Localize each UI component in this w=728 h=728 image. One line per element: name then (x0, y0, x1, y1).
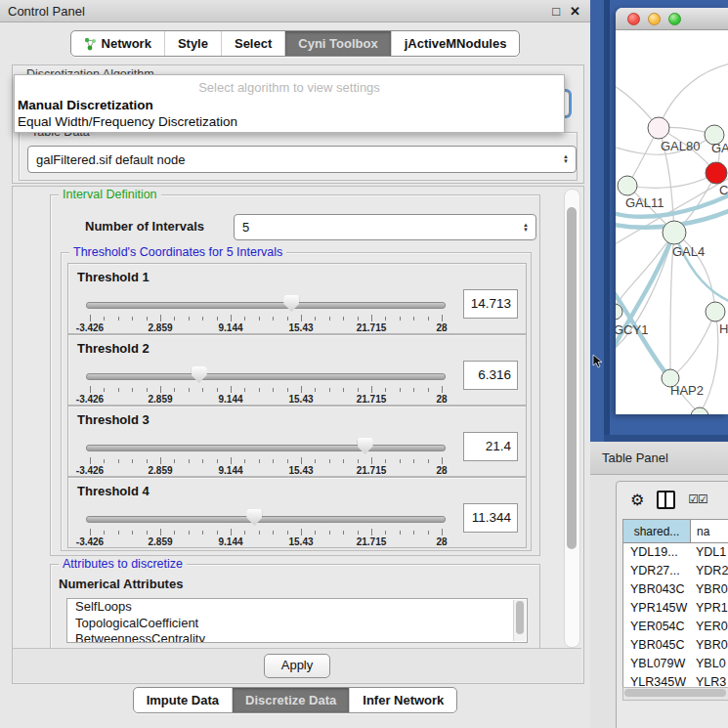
checkbox-icons[interactable]: ☑☑ (688, 492, 707, 506)
threshold-label: Threshold 2 (77, 341, 150, 356)
cell-name[interactable]: YDR2 (690, 562, 728, 580)
slider-thumb[interactable] (358, 438, 373, 454)
close-icon[interactable]: ✕ (570, 4, 580, 19)
minimize-traffic-light-icon[interactable] (648, 13, 661, 25)
attribute-list-item[interactable]: SelfLoops (67, 599, 527, 616)
tick-label: 28 (436, 536, 447, 547)
table-data-group: Table Data galFiltered.sif default node … (19, 132, 578, 181)
cell-name[interactable]: YDL1 (690, 543, 728, 562)
close-traffic-light-icon[interactable] (627, 13, 640, 25)
tab-impute-data-label: Impute Data (147, 693, 219, 707)
tab-impute-data[interactable]: Impute Data (134, 688, 233, 712)
network-node[interactable] (663, 221, 686, 244)
threshold-box: Threshold 1-3.4262.8599.14415.4321.71528… (67, 263, 527, 334)
slider-thumb[interactable] (192, 366, 207, 383)
panel-shadow (604, 435, 728, 442)
tab-select[interactable]: Select (222, 31, 285, 56)
attribute-list-item[interactable]: BetweennessCentrality (67, 631, 527, 643)
threshold-box: Threshold 4-3.4262.8599.14415.4321.71528… (67, 477, 527, 548)
tick-label: 2.859 (148, 536, 172, 547)
cell-name[interactable]: YER0 (690, 618, 728, 636)
cell-shared-name[interactable]: YBR043C (623, 580, 690, 599)
slider-track[interactable] (86, 373, 446, 380)
threshold-value-field[interactable]: 21.4 (463, 432, 518, 461)
threshold-slider[interactable] (86, 507, 444, 527)
cell-shared-name[interactable]: YBL079W (623, 655, 690, 673)
zoom-traffic-light-icon[interactable] (668, 13, 681, 25)
cell-shared-name[interactable]: YPR145W (623, 599, 690, 618)
columns-icon[interactable] (657, 491, 675, 509)
slider-track[interactable] (86, 445, 446, 451)
popup-option-equal-width-frequency[interactable]: Equal Width/Frequency Discretization (18, 113, 561, 130)
scrollbar-thumb[interactable] (624, 689, 726, 697)
float-window-icon[interactable]: □ (552, 4, 560, 19)
network-canvas[interactable]: GAL80GACGAL11GAL4GCY1HHAP2 (616, 30, 728, 414)
tab-infer-network[interactable]: Infer Network (350, 688, 456, 712)
tick-label: 21.715 (357, 322, 387, 333)
network-node-label: GCY1 (616, 322, 648, 337)
tick-label: 28 (436, 465, 447, 476)
tick-label: -3.426 (76, 465, 104, 476)
tab-network[interactable]: Network (71, 31, 165, 56)
tab-discretize-data[interactable]: Discretize Data (233, 688, 350, 712)
table-row[interactable]: YER054CYER0 (623, 618, 728, 636)
table-row[interactable]: YBR043CYBR0 (623, 580, 728, 599)
cell-name[interactable]: YPR1 (690, 599, 728, 618)
table-row[interactable]: YBL079WYBL0 (623, 655, 728, 673)
threshold-label: Threshold 1 (77, 270, 150, 284)
slider-track[interactable] (86, 516, 446, 523)
tab-cyni-toolbox[interactable]: Cyni Toolbox (285, 31, 391, 56)
threshold-value-field[interactable]: 14.713 (463, 289, 518, 319)
cell-shared-name[interactable]: YDR27... (623, 562, 690, 580)
popup-option-manual-discretization[interactable]: Manual Discretization (18, 97, 561, 113)
threshold-slider[interactable] (86, 293, 444, 313)
threshold-slider[interactable] (86, 436, 444, 455)
gear-icon[interactable]: ⚙ (630, 491, 644, 509)
tick-label: -3.426 (76, 394, 104, 405)
network-node[interactable] (691, 407, 708, 414)
tab-jactivemnodules[interactable]: jActiveMNodules (392, 31, 520, 56)
cell-name[interactable]: YBR0 (690, 636, 728, 655)
interval-definition-group: Interval Definition Number of Intervals … (50, 194, 540, 556)
mouse-cursor (592, 355, 604, 368)
network-node[interactable] (618, 176, 637, 195)
network-window-titlebar[interactable] (616, 8, 728, 30)
network-node[interactable] (706, 302, 725, 321)
numerical-attributes-list[interactable]: SelfLoopsTopologicalCoefficientBetweenne… (66, 598, 528, 643)
threshold-value-field[interactable]: 6.316 (463, 361, 518, 390)
tick-label: 28 (436, 394, 447, 405)
threshold-slider[interactable] (86, 364, 444, 384)
attributes-scrollbar[interactable] (513, 600, 526, 641)
network-edge (659, 64, 728, 128)
scrollbar-thumb[interactable] (567, 207, 577, 549)
slider-track[interactable] (86, 302, 446, 309)
table-body: YDL19...YDL1YDR27...YDR2YBR043CYBR0YPR14… (623, 543, 728, 701)
table-data-combobox[interactable]: galFiltered.sif default node ▲▼ (27, 146, 577, 173)
bottom-tab-bar: Impute Data Discretize Data Infer Networ… (133, 687, 458, 713)
cell-name[interactable]: YBR0 (690, 580, 728, 599)
tick-label: 9.144 (218, 394, 242, 405)
cell-shared-name[interactable]: YER054C (623, 618, 690, 636)
tab-style[interactable]: Style (165, 31, 222, 56)
table-row[interactable]: YDL19...YDL1 (623, 543, 728, 562)
table-row[interactable]: YDR27...YDR2 (623, 562, 728, 580)
column-header-shared-name[interactable]: shared... (623, 520, 691, 542)
settings-scrollbar[interactable] (564, 189, 580, 648)
network-node[interactable] (648, 117, 669, 139)
slider-thumb[interactable] (283, 295, 299, 312)
network-node[interactable] (706, 162, 727, 184)
table-row[interactable]: YBR045CYBR0 (623, 636, 728, 655)
attribute-list-item[interactable]: TopologicalCoefficient (67, 616, 527, 632)
cell-name[interactable]: YBL0 (690, 655, 728, 673)
cell-shared-name[interactable]: YDL19... (623, 543, 690, 562)
table-horizontal-scrollbar[interactable] (622, 687, 728, 701)
table-row[interactable]: YPR145WYPR1 (623, 599, 728, 618)
slider-thumb[interactable] (246, 509, 262, 526)
algorithm-dropdown-popup: Select algorithm to view settings Manual… (14, 74, 565, 133)
apply-button[interactable]: Apply (264, 654, 330, 678)
threshold-value-field[interactable]: 11.344 (463, 503, 518, 533)
node-table[interactable]: shared... na YDL19...YDL1YDR27...YDR2YBR… (622, 519, 728, 701)
number-of-intervals-combobox[interactable]: 5 ▲▼ (234, 214, 536, 240)
cell-shared-name[interactable]: YBR045C (623, 636, 690, 655)
column-header-name[interactable]: na (691, 520, 728, 542)
